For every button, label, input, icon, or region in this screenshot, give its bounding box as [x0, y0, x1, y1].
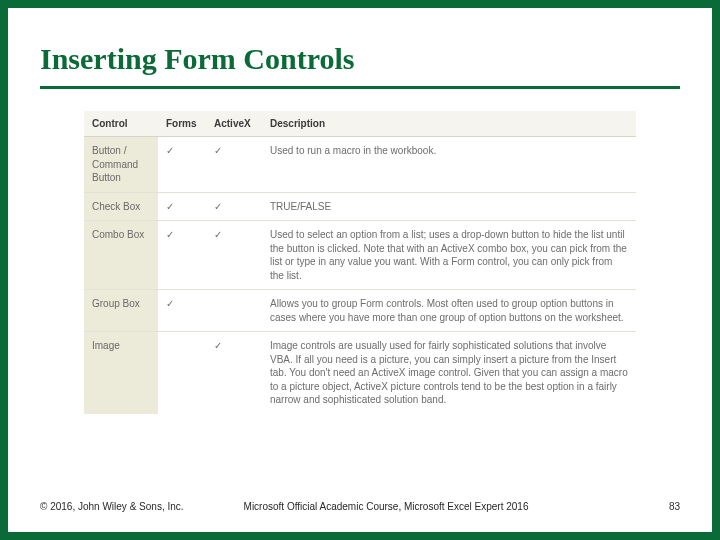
cell-forms: ✓ [158, 290, 206, 332]
cell-description: Used to select an option from a list; us… [262, 221, 636, 290]
footer: © 2016, John Wiley & Sons, Inc. Microsof… [40, 501, 680, 512]
cell-description: Used to run a macro in the workbook. [262, 137, 636, 193]
header-description: Description [262, 111, 636, 137]
cell-control: Group Box [84, 290, 158, 332]
footer-copyright: © 2016, John Wiley & Sons, Inc. [40, 501, 184, 512]
table-container: Control Forms ActiveX Description Button… [84, 111, 636, 414]
slide-area: Inserting Form Controls Control Forms Ac… [18, 18, 702, 522]
cell-description: TRUE/FALSE [262, 192, 636, 221]
cell-control: Combo Box [84, 221, 158, 290]
cell-forms: ✓ [158, 192, 206, 221]
table-row: Button / Command Button ✓ ✓ Used to run … [84, 137, 636, 193]
cell-activex: ✓ [206, 192, 262, 221]
title-underline [40, 86, 680, 89]
cell-control: Button / Command Button [84, 137, 158, 193]
slide-title: Inserting Form Controls [40, 42, 680, 76]
table-row: Image ✓ Image controls are usually used … [84, 332, 636, 414]
table-row: Group Box ✓ Allows you to group Form con… [84, 290, 636, 332]
cell-control: Image [84, 332, 158, 414]
cell-control: Check Box [84, 192, 158, 221]
cell-activex [206, 290, 262, 332]
header-activex: ActiveX [206, 111, 262, 137]
header-forms: Forms [158, 111, 206, 137]
controls-table: Control Forms ActiveX Description Button… [84, 111, 636, 414]
table-row: Check Box ✓ ✓ TRUE/FALSE [84, 192, 636, 221]
content-area: Inserting Form Controls Control Forms Ac… [18, 18, 702, 424]
cell-activex: ✓ [206, 221, 262, 290]
cell-forms: ✓ [158, 137, 206, 193]
cell-forms: ✓ [158, 221, 206, 290]
cell-activex: ✓ [206, 332, 262, 414]
cell-activex: ✓ [206, 137, 262, 193]
table-row: Combo Box ✓ ✓ Used to select an option f… [84, 221, 636, 290]
header-control: Control [84, 111, 158, 137]
footer-page: 83 [669, 501, 680, 512]
table-header-row: Control Forms ActiveX Description [84, 111, 636, 137]
footer-course: Microsoft Official Academic Course, Micr… [184, 501, 669, 512]
outer-frame: Inserting Form Controls Control Forms Ac… [8, 8, 712, 532]
cell-description: Image controls are usually used for fair… [262, 332, 636, 414]
cell-forms [158, 332, 206, 414]
cell-description: Allows you to group Form controls. Most … [262, 290, 636, 332]
